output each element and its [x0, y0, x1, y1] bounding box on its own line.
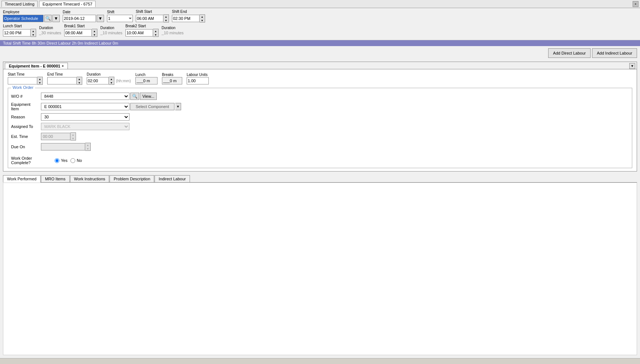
- equipment-tab-label: Equipment Item - E 000001: [9, 64, 60, 68]
- end-time-input[interactable]: [47, 77, 77, 84]
- break1-start-label: Break1 Start: [64, 24, 97, 28]
- summary-bar: Total Shift Time 8h 30m Direct Labour 2h…: [0, 40, 640, 46]
- employee-group: Employee 🔍 ▼: [3, 10, 60, 22]
- end-time-label: End Time: [47, 72, 82, 76]
- main-content-area: [3, 183, 637, 355]
- break1-start-input[interactable]: [64, 29, 92, 37]
- equipment-tab-dropdown[interactable]: ▼: [629, 63, 635, 69]
- yes-radio[interactable]: [55, 158, 59, 163]
- est-time-input: [41, 133, 70, 140]
- form-area: Employee 🔍 ▼ Date ▼ Shift 1: [0, 8, 640, 40]
- lunch-start-up[interactable]: ▲: [31, 29, 36, 33]
- wo-view-button[interactable]: View...: [140, 93, 157, 100]
- break2-start-down[interactable]: ▼: [153, 33, 158, 37]
- shift-end-input[interactable]: [172, 15, 200, 22]
- time-row: Start Time ▲ ▼ End Time ▲: [8, 72, 632, 85]
- wo-search-icon[interactable]: 🔍: [130, 93, 139, 100]
- tab-work-instructions[interactable]: Work Instructions: [70, 175, 110, 182]
- employee-dropdown-icon[interactable]: ▼: [52, 15, 60, 22]
- lunch-duration-group: Duration _30 minutes: [39, 26, 61, 35]
- equipment-tab-close[interactable]: ×: [62, 64, 63, 68]
- duration-down[interactable]: ▼: [109, 81, 114, 84]
- bottom-tabs-area: Work Performed MRO Items Work Instructio…: [3, 174, 637, 183]
- shift-start-input[interactable]: [136, 15, 163, 22]
- top-field-row: Employee 🔍 ▼ Date ▼ Shift 1: [3, 10, 637, 22]
- tab-mro-items[interactable]: MRO Items: [41, 175, 70, 182]
- lunch-start-down[interactable]: ▼: [31, 33, 36, 37]
- duration-label: Duration: [87, 72, 131, 76]
- date-dropdown-icon[interactable]: ▼: [97, 15, 104, 22]
- shift-start-down[interactable]: ▼: [163, 18, 169, 22]
- tab-indirect-labour[interactable]: Indirect Labour: [155, 175, 190, 182]
- assigned-to-select: MARK BLACK: [41, 123, 129, 130]
- wo-number-row: W/O # 8448 🔍 View...: [11, 93, 629, 100]
- select-component-button[interactable]: Select Component: [130, 103, 174, 110]
- start-time-down[interactable]: ▼: [37, 81, 42, 84]
- break1-start-group: Break1 Start ▲ ▼: [64, 24, 97, 37]
- scrollbar-area: [0, 358, 640, 364]
- duration-unit: (hh:mm): [116, 79, 131, 83]
- shift-start-up[interactable]: ▲: [163, 15, 169, 18]
- shift-end-group: Shift End ▲ ▼: [172, 10, 205, 22]
- wo-number-select[interactable]: 8448: [41, 93, 129, 100]
- end-time-down[interactable]: ▼: [77, 81, 82, 84]
- tab-equipment-timecard[interactable]: Equipment Timecard - 6757: [39, 1, 96, 7]
- window-close-button[interactable]: ×: [633, 1, 639, 7]
- break1-duration-value: _10 minutes: [100, 31, 122, 35]
- end-time-group: End Time ▲ ▼: [47, 72, 82, 85]
- duration-input[interactable]: [87, 77, 109, 84]
- break2-start-up[interactable]: ▲: [153, 29, 158, 33]
- work-order-fields: W/O # 8448 🔍 View... Equipment Item: [11, 93, 629, 165]
- due-on-label: Due On: [11, 145, 39, 149]
- break1-start-down[interactable]: ▼: [92, 33, 97, 37]
- est-time-row: Est. Time ▲ ▼: [11, 132, 629, 141]
- no-label: No: [77, 158, 82, 163]
- equipment-item-tab[interactable]: Equipment Item - E 000001 ×: [5, 63, 68, 69]
- breaks-input: [162, 77, 182, 84]
- breaks-label: Breaks: [162, 73, 182, 77]
- end-time-up[interactable]: ▲: [77, 77, 82, 81]
- break-field-row: Lunch Start ▲ ▼ Duration _30 minutes Bre…: [3, 24, 637, 37]
- shift-end-down[interactable]: ▼: [200, 18, 205, 22]
- shift-end-label: Shift End: [172, 10, 205, 14]
- employee-search-icon[interactable]: 🔍: [44, 15, 52, 22]
- break2-start-input[interactable]: [125, 29, 153, 37]
- est-time-down: ▼: [70, 136, 76, 140]
- add-direct-labour-button[interactable]: Add Direct Labour: [548, 48, 591, 58]
- start-time-up[interactable]: ▲: [37, 77, 42, 81]
- lunch-start-input[interactable]: [3, 29, 31, 37]
- shift-select[interactable]: 1: [107, 15, 133, 22]
- tab-work-performed[interactable]: Work Performed: [3, 175, 41, 183]
- labour-units-input[interactable]: [187, 77, 209, 84]
- action-area: Add Direct Labour Add Indirect Labour: [0, 46, 640, 60]
- summary-text: Total Shift Time 8h 30m Direct Labour 2h…: [3, 41, 118, 45]
- tab-timecard-listing[interactable]: Timecard Listing: [1, 1, 38, 7]
- no-radio[interactable]: [70, 158, 75, 163]
- due-on-input: [41, 143, 85, 150]
- add-indirect-labour-button[interactable]: Add Indirect Labour: [592, 48, 637, 58]
- break2-start-group: Break2 Start ▲ ▼: [125, 24, 159, 37]
- est-time-up: ▲: [70, 133, 76, 136]
- yes-label: Yes: [61, 158, 68, 163]
- tab-problem-description[interactable]: Problem Description: [110, 175, 154, 182]
- equipment-content: Start Time ▲ ▼ End Time ▲: [3, 69, 637, 171]
- shift-end-up[interactable]: ▲: [200, 15, 205, 18]
- employee-input[interactable]: [3, 15, 44, 22]
- equipment-item-select[interactable]: E 000001: [41, 103, 129, 110]
- start-time-input[interactable]: [8, 77, 37, 84]
- start-time-label: Start Time: [8, 72, 43, 76]
- equipment-tab-header-row: Equipment Item - E 000001 × ▼: [3, 62, 637, 69]
- reason-row: Reason 30: [11, 113, 629, 121]
- lunch-group: Lunch: [135, 73, 158, 84]
- work-order-section-label[interactable]: Work Order: [11, 85, 35, 90]
- duration-up[interactable]: ▲: [109, 77, 114, 81]
- shift-group: Shift 1: [107, 10, 133, 22]
- break1-start-up[interactable]: ▲: [92, 29, 97, 33]
- labour-units-label: Labour Units: [187, 73, 209, 77]
- select-component-dropdown-icon[interactable]: ▼: [175, 103, 181, 110]
- due-on-up: ▲: [85, 143, 90, 147]
- shift-start-group: Shift Start ▲ ▼: [136, 10, 169, 22]
- equipment-item-label: Equipment Item: [11, 102, 39, 111]
- reason-select[interactable]: 30: [41, 113, 129, 121]
- date-input[interactable]: [63, 15, 96, 22]
